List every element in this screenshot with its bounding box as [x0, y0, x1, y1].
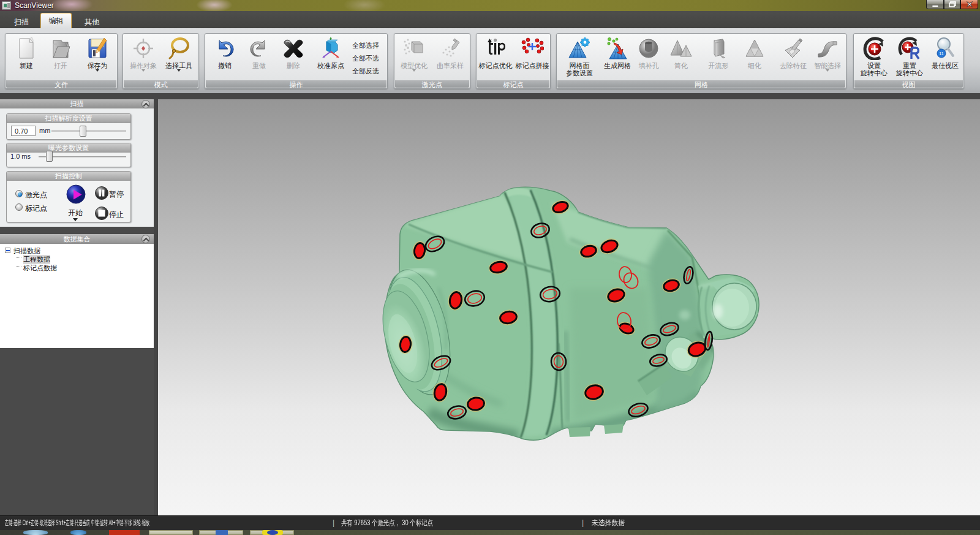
svg-text:11: 11 [939, 51, 943, 56]
